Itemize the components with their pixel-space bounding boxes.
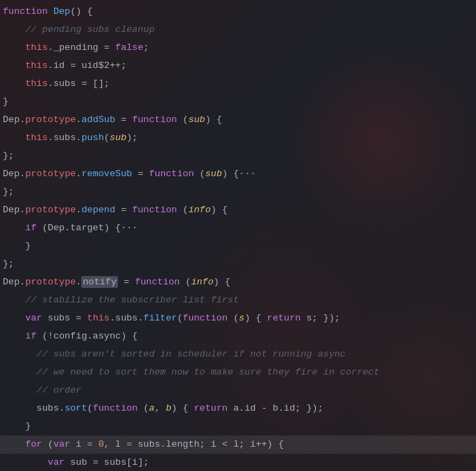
code-token: }; (3, 151, 14, 161)
code-token: function (182, 313, 228, 323)
code-token: // order (3, 385, 81, 395)
code-token: function (3, 6, 48, 17)
code-token: this (25, 60, 47, 71)
code-token: sub (188, 114, 205, 125)
code-line: this.id = uid$2++; (0, 57, 476, 75)
code-token: , l = subs.length; i < l; i++) { (104, 439, 284, 449)
line-content: Dep.prototype.removeSub = function (sub)… (0, 165, 476, 183)
code-line: }; (0, 183, 476, 201)
code-line: Dep.prototype.addSub = function (sub) { (0, 111, 476, 129)
code-token: , (155, 403, 166, 413)
code-token (3, 42, 25, 53)
code-token: subs = (42, 313, 87, 323)
code-token: this (87, 313, 110, 323)
code-token: ( (104, 132, 110, 143)
code-token: ( (180, 277, 191, 287)
code-token: ( (194, 169, 205, 179)
code-token: Dep (3, 205, 19, 215)
code-token: ( (177, 114, 188, 125)
code-token (3, 331, 25, 341)
code-token: sort (65, 403, 87, 413)
code-token: depend (81, 205, 115, 215)
code-token: function (132, 205, 177, 215)
line-content: if (Dep.target) {··· (0, 219, 476, 237)
code-token: (Dep.target) {··· (37, 223, 138, 233)
code-token: addSub (81, 114, 115, 125)
code-token: sub (205, 169, 222, 179)
code-token: () { (70, 6, 92, 17)
code-line: if (!config.async) { (0, 327, 476, 345)
code-token: sub (110, 132, 126, 143)
code-token: i = (70, 439, 99, 449)
code-token: ( (177, 205, 188, 215)
code-token: var (25, 313, 42, 323)
line-content: // subs aren't sorted in scheduler if no… (0, 345, 476, 363)
code-token: .subs. (48, 132, 82, 143)
code-token: false (115, 42, 144, 53)
code-line: // stabilize the subscriber list first (0, 291, 476, 309)
code-token: ) { (244, 313, 266, 323)
code-token: sub = subs[i]; (65, 457, 149, 468)
line-content: var subs = this.subs.filter(function (s)… (0, 309, 476, 327)
code-token: // subs aren't sorted in scheduler if no… (3, 349, 346, 359)
code-line: } (0, 418, 476, 436)
code-token: filter (144, 313, 178, 323)
code-line: if (Dep.target) {··· (0, 219, 476, 237)
code-line: var subs = this.subs.filter(function (s)… (0, 309, 476, 327)
code-token: = (118, 277, 135, 287)
line-content: }; (0, 147, 476, 165)
code-token (48, 6, 53, 17)
line-content: // stabilize the subscriber list first (0, 291, 476, 309)
code-line: } (0, 93, 476, 111)
code-line: for (var i = 0, l = subs.length; i < l; … (0, 436, 476, 454)
line-content: if (!config.async) { (0, 327, 476, 345)
code-line: this.subs.push(sub); (0, 129, 476, 147)
code-line: this._pending = false; (0, 39, 476, 57)
code-token: this (25, 78, 47, 89)
code-line: }; (0, 147, 476, 165)
code-token: = (132, 169, 148, 179)
code-token: function (149, 169, 194, 179)
line-content: } (0, 93, 476, 111)
code-token: } (3, 241, 31, 251)
code-token: prototype (25, 205, 76, 215)
code-token: info (191, 277, 213, 287)
code-token: Dep (3, 277, 19, 287)
line-content: for (var i = 0, l = subs.length; i < l; … (0, 436, 476, 454)
code-token: .id = uid$2++; (48, 60, 126, 71)
code-token: } (3, 421, 31, 431)
code-token (3, 223, 25, 233)
code-token: b (166, 403, 171, 413)
code-line: } (0, 237, 476, 255)
code-token: }; (3, 187, 14, 197)
code-token: .subs = []; (48, 78, 110, 89)
code-token: ) { (214, 277, 230, 287)
code-token: if (25, 223, 36, 233)
code-token: if (25, 331, 36, 341)
code-token: removeSub (81, 169, 132, 179)
code-token: ) { (171, 403, 194, 413)
line-content: this.subs = []; (0, 75, 476, 93)
line-content: var sub = subs[i]; (0, 454, 476, 471)
line-content: // order (0, 382, 476, 400)
code-block: function Dep() { // pending subs cleanup… (0, 0, 476, 471)
code-token: function (135, 277, 180, 287)
line-content: this.id = uid$2++; (0, 57, 476, 75)
line-content: subs.sort(function (a, b) { return a.id … (0, 400, 476, 418)
line-content: Dep.prototype.depend = function (info) { (0, 201, 476, 219)
code-token: s; }); (300, 313, 340, 323)
code-token: prototype (25, 277, 76, 287)
code-token: = (115, 205, 132, 215)
code-token: function (93, 403, 138, 413)
code-token (3, 60, 25, 71)
code-token: ( (228, 313, 239, 323)
code-token: prototype (25, 169, 76, 179)
code-token: this (25, 42, 47, 53)
code-token: function (132, 114, 177, 125)
code-token: ( (137, 403, 148, 413)
code-token: ; (144, 42, 149, 53)
code-token: ) {··· (222, 169, 256, 179)
code-line: var sub = subs[i]; (0, 454, 476, 471)
code-token: ) { (205, 114, 222, 125)
line-content: } (0, 418, 476, 436)
